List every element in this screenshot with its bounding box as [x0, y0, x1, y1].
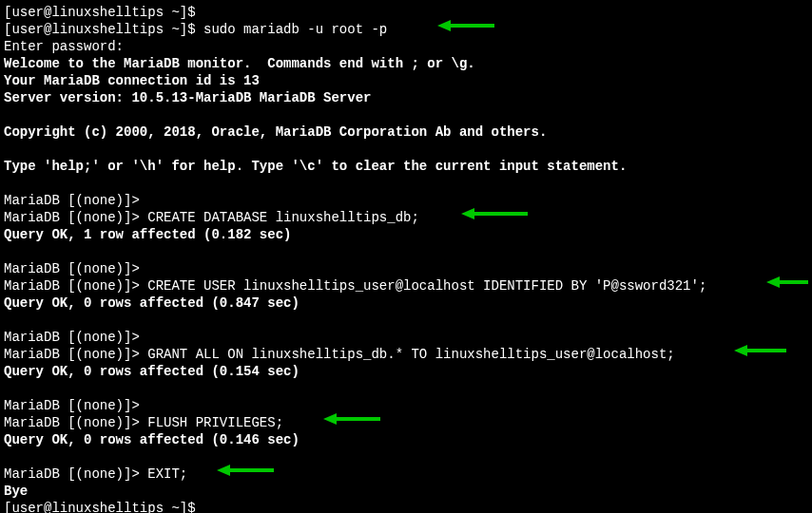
terminal-line: [4, 380, 808, 397]
terminal-line: Bye: [4, 483, 808, 500]
terminal-line: Copyright (c) 2000, 2018, Oracle, MariaD…: [4, 124, 808, 141]
arrow-left-icon: [437, 19, 494, 32]
svg-marker-5: [766, 276, 780, 288]
arrow-left-icon: [461, 207, 528, 220]
terminal-line: MariaDB [(none)]>: [4, 260, 808, 277]
terminal-line: Type 'help;' or '\h' for help. Type '\c'…: [4, 158, 808, 175]
terminal-line: [4, 141, 808, 158]
terminal-line: MariaDB [(none)]> GRANT ALL ON linuxshel…: [4, 346, 808, 363]
terminal-output: [user@linuxshelltips ~]$[user@linuxshell…: [4, 4, 808, 513]
svg-marker-1: [437, 20, 451, 31]
terminal-line: Query OK, 0 rows affected (0.154 sec): [4, 363, 808, 380]
arrow-left-icon: [766, 276, 808, 289]
terminal-line: MariaDB [(none)]> FLUSH PRIVILEGES;: [4, 414, 808, 431]
arrow-left-icon: [217, 464, 274, 477]
terminal-line: Enter password:: [4, 38, 808, 55]
terminal-line: Query OK, 1 row affected (0.182 sec): [4, 226, 808, 243]
terminal-line: [user@linuxshelltips ~]$: [4, 4, 808, 21]
terminal-line: [4, 243, 808, 260]
terminal-line: [user@linuxshelltips ~]$ sudo mariadb -u…: [4, 21, 808, 38]
terminal-line: [user@linuxshelltips ~]$: [4, 500, 808, 513]
terminal-line: Query OK, 0 rows affected (0.146 sec): [4, 431, 808, 448]
svg-marker-7: [734, 345, 747, 356]
terminal-line: [4, 448, 808, 466]
terminal-line: MariaDB [(none)]>: [4, 329, 808, 346]
svg-marker-3: [461, 208, 474, 219]
arrow-left-icon: [323, 412, 380, 426]
svg-marker-9: [323, 413, 337, 425]
terminal-line: [4, 175, 808, 192]
terminal-line: MariaDB [(none)]> CREATE DATABASE linuxs…: [4, 209, 808, 226]
arrow-left-icon: [734, 344, 786, 357]
svg-marker-11: [217, 465, 230, 476]
terminal-line: MariaDB [(none)]> CREATE USER linuxshell…: [4, 277, 808, 294]
terminal-line: Your MariaDB connection id is 13: [4, 72, 808, 89]
terminal-line: [4, 312, 808, 329]
terminal-line: Server version: 10.5.13-MariaDB MariaDB …: [4, 89, 808, 106]
terminal-line: Welcome to the MariaDB monitor. Commands…: [4, 55, 808, 72]
terminal-line: MariaDB [(none)]>: [4, 192, 808, 209]
terminal-line: MariaDB [(none)]> EXIT;: [4, 466, 808, 483]
terminal-line: Query OK, 0 rows affected (0.847 sec): [4, 294, 808, 312]
terminal-line: MariaDB [(none)]>: [4, 397, 808, 414]
terminal-line: [4, 106, 808, 124]
